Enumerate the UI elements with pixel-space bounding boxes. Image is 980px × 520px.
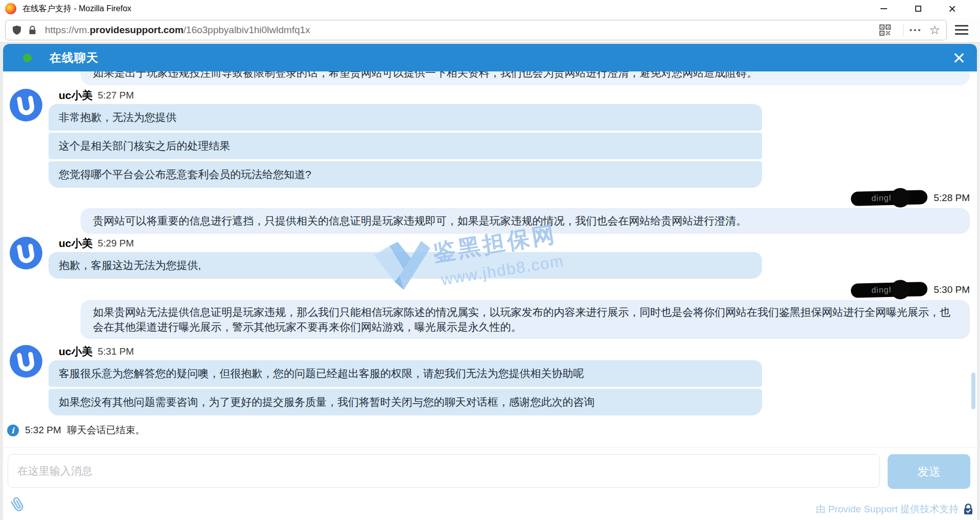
page-background: 在线聊天 如果是出于玩家违规投注而导致被限制登录的话，希望贵网站可以提供一下相关… [0,43,980,520]
system-message: i 5:32 PM 聊天会话已结束。 [7,424,970,437]
firefox-icon [5,3,16,14]
chat-footer: 由 Provide Support 提供技术支持 [3,491,977,520]
window-title: 在线客户支持 - Mozilla Firefox [22,4,131,14]
user-message-group: dingh an 5:30 PM 如果贵网站无法提供信息证明是玩家违规，那么我们… [10,283,970,339]
url-path: /16o3ppbyalbiv1hi0lwldmfq1x [183,24,310,35]
message-time: 5:27 PM [98,90,134,101]
attachment-paperclip-icon[interactable] [9,496,27,516]
chat-title: 在线聊天 [50,50,99,66]
scrollbar-thumb[interactable] [971,373,975,409]
close-icon: × [948,2,956,15]
agent-name: uc小美 [59,88,93,103]
url-scheme: https://vm. [45,24,90,35]
agent-message-group: uc小美 5:31 PM 客服很乐意为您解答您的疑问噢，但很抱歉，您的问题已经超… [10,345,970,415]
message-bubble: 如果您没有其他问题需要咨询，为了更好的提交服务质量，我们将暂时关闭与您的聊天对话… [48,389,762,415]
window-titlebar: 在线客户支持 - Mozilla Firefox × [0,0,980,17]
message-bubble: 您觉得哪个平台会公布恶意套利会员的玩法给您知道? [48,161,762,188]
chat-message-list[interactable]: 如果是出于玩家违规投注而导致被限制登录的话，希望贵网站可以提供一下相关资料，我们… [3,71,977,447]
message-input[interactable] [8,454,880,488]
url-text[interactable]: https://vm.providesupport.com/16o3ppbyal… [45,24,310,36]
composer: 发送 [3,447,977,491]
system-text: 聊天会话已结束。 [67,424,145,437]
minimize-icon [880,8,887,9]
info-icon: i [7,425,19,436]
browser-toolbar: https://vm.providesupport.com/16o3ppbyal… [0,17,980,43]
tracking-shield-icon[interactable] [12,25,22,35]
agent-avatar [10,345,42,378]
chat-widget: 在线聊天 如果是出于玩家违规投注而导致被限制登录的话，希望贵网站可以提供一下相关… [3,44,977,520]
browser-window: 在线客户支持 - Mozilla Firefox × https://vm.pr… [0,0,980,520]
user-message-group: dingh an 5:28 PM 贵网站可以将重要的信息进行遮挡，只提供相关的信… [10,191,970,234]
powered-by-text: 由 Provide Support 提供技术支持 [816,503,959,516]
message-time: 5:30 PM [934,284,970,295]
message-bubble-partial: 如果是出于玩家违规投注而导致被限制登录的话，希望贵网站可以提供一下相关资料，我们… [81,71,970,85]
minimize-button[interactable] [867,0,901,17]
message-bubble: 如果贵网站无法提供信息证明是玩家违规，那么我们只能相信玩家陈述的情况属实，以玩家… [81,300,970,339]
message-bubble: 贵网站可以将重要的信息进行遮挡，只提供相关的信息证明是玩家违规即可，如果是玩家违… [81,208,970,234]
menu-hamburger-icon[interactable] [955,25,968,35]
message-time: 5:28 PM [934,192,970,204]
system-time: 5:32 PM [25,425,61,436]
qr-code-icon[interactable] [879,24,891,36]
agent-message-group: uc小美 5:27 PM 非常抱歉，无法为您提供 这个是相关部门核实之后的处理结… [10,89,970,188]
message-time: 5:31 PM [98,346,134,357]
message-bubble: 这个是相关部门核实之后的处理结果 [48,133,762,159]
message-bubble: 客服很乐意为您解答您的疑问噢，但很抱歉，您的问题已经超出客服的权限，请恕我们无法… [48,360,762,387]
redacted-name-blob: dingh an [851,282,928,298]
message-time: 5:29 PM [98,238,134,249]
send-button[interactable]: 发送 [888,454,970,489]
close-window-button[interactable]: × [935,0,969,17]
agent-name: uc小美 [59,236,93,251]
chat-close-icon[interactable] [952,52,966,65]
bookmark-star-icon[interactable]: ☆ [929,24,940,36]
page-actions-icon[interactable]: ••• [910,26,922,34]
secure-lock-icon [963,503,974,515]
message-bubble: 抱歉，客服这边无法为您提供, [48,252,762,279]
url-bar[interactable]: https://vm.providesupport.com/16o3ppbyal… [5,20,947,40]
restore-button[interactable] [901,0,935,17]
message-bubble: 非常抱歉，无法为您提供 [48,104,762,131]
agent-message-group: uc小美 5:29 PM 抱歉，客服这边无法为您提供, [10,237,970,279]
online-status-dot [23,54,32,62]
redacted-name-blob: dingh an [851,190,928,206]
restore-icon [915,6,921,12]
https-lock-icon[interactable] [28,26,37,35]
url-domain: providesupport.com [90,24,184,35]
powered-by[interactable]: 由 Provide Support 提供技术支持 [816,503,974,516]
chat-header: 在线聊天 [3,44,977,71]
agent-avatar [10,237,42,269]
agent-avatar [10,89,42,121]
agent-name: uc小美 [59,344,93,359]
